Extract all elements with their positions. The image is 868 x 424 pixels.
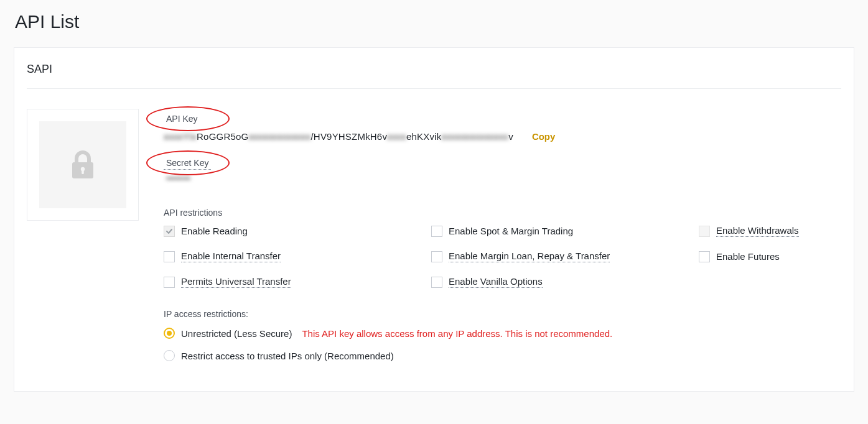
restriction-withdrawals: Enable Withdrawals	[699, 225, 841, 237]
radio-trusted[interactable]	[164, 350, 175, 361]
redacted-segment: xxxxYIx	[164, 131, 197, 142]
restriction-futures[interactable]: Enable Futures	[699, 251, 841, 262]
radio-unrestricted[interactable]	[164, 328, 175, 339]
qr-code-box	[27, 109, 139, 221]
lock-icon	[70, 150, 96, 180]
api-key-part: ehKXvik	[406, 131, 441, 142]
restriction-label-withdrawals: Enable Withdrawals	[716, 225, 799, 237]
ip-option-trusted[interactable]: Restrict access to trusted IPs only (Rec…	[164, 350, 841, 361]
api-key-part: /HV9YHSZMkH6v	[310, 131, 387, 142]
restriction-vanilla[interactable]: Enable Vanilla Options	[431, 276, 693, 288]
api-card-content: API Key xxxxYIxRoGGR5oGxxxxxxxxxxxxx/HV9…	[27, 89, 841, 372]
api-restrictions-title: API restrictions	[164, 208, 841, 218]
restriction-margin_loan[interactable]: Enable Margin Loan, Repay & Transfer	[431, 251, 693, 262]
api-key-part: v	[508, 131, 513, 142]
api-key-value: xxxxYIxRoGGR5oGxxxxxxxxxxxxx/HV9YHSZMkH6…	[164, 131, 513, 142]
secret-key-label: Secret Key	[164, 157, 211, 170]
restriction-spot_margin[interactable]: Enable Spot & Margin Trading	[431, 225, 693, 237]
restriction-grid: Enable ReadingEnable Spot & Margin Tradi…	[164, 225, 841, 288]
api-key-label-annotation: API Key	[164, 113, 200, 125]
restriction-reading: Enable Reading	[164, 225, 425, 237]
checkbox-withdrawals	[699, 226, 710, 237]
qr-placeholder	[39, 121, 126, 208]
api-key-row: xxxxYIxRoGGR5oGxxxxxxxxxxxxx/HV9YHSZMkH6…	[164, 131, 841, 142]
restriction-label-spot_margin: Enable Spot & Margin Trading	[449, 226, 573, 236]
restriction-internal_transfer[interactable]: Enable Internal Transfer	[164, 251, 425, 262]
api-details: API Key xxxxYIxRoGGR5oGxxxxxxxxxxxxx/HV9…	[164, 109, 841, 372]
ip-option-label-unrestricted: Unrestricted (Less Secure)	[181, 328, 292, 339]
restriction-label-futures: Enable Futures	[716, 251, 780, 262]
ip-option-label-trusted: Restrict access to trusted IPs only (Rec…	[181, 351, 394, 361]
restriction-label-margin_loan: Enable Margin Loan, Repay & Transfer	[449, 251, 610, 262]
ip-warning-text: This API key allows access from any IP a…	[302, 328, 612, 339]
restriction-label-universal: Permits Universal Transfer	[181, 276, 291, 288]
ip-access-section: IP access restrictions: Unrestricted (Le…	[164, 309, 841, 361]
api-key-part: RoGGR5oG	[197, 131, 248, 142]
page-title: API List	[0, 0, 868, 47]
redacted-segment: xxxxxxxxxxxxxx	[441, 131, 508, 142]
checkbox-internal_transfer[interactable]	[164, 251, 175, 262]
secret-key-value: ••••••••	[166, 173, 190, 183]
restriction-label-reading: Enable Reading	[181, 226, 248, 236]
api-card: SAPI API Key xxxx	[14, 47, 854, 392]
restriction-label-vanilla: Enable Vanilla Options	[449, 276, 543, 288]
copy-api-key-button[interactable]: Copy	[532, 131, 556, 142]
restriction-universal[interactable]: Permits Universal Transfer	[164, 276, 425, 288]
secret-key-label-annotation: Secret Key	[164, 157, 211, 170]
ip-options: Unrestricted (Less Secure)This API key a…	[164, 328, 841, 361]
checkbox-futures[interactable]	[699, 251, 710, 262]
api-key-label: API Key	[164, 113, 200, 125]
checkbox-margin_loan[interactable]	[431, 251, 442, 262]
checkbox-universal[interactable]	[164, 277, 175, 288]
redacted-segment: xxxx	[387, 131, 406, 142]
api-card-name: SAPI	[27, 63, 841, 89]
restriction-label-internal_transfer: Enable Internal Transfer	[181, 251, 281, 262]
svg-rect-2	[82, 170, 84, 174]
api-restrictions: API restrictions Enable ReadingEnable Sp…	[164, 208, 841, 288]
redacted-segment: xxxxxxxxxxxxx	[248, 131, 310, 142]
ip-access-title: IP access restrictions:	[164, 309, 841, 319]
checkbox-spot_margin[interactable]	[431, 226, 442, 237]
checkbox-vanilla[interactable]	[431, 277, 442, 288]
checkbox-reading	[164, 226, 175, 237]
ip-option-unrestricted[interactable]: Unrestricted (Less Secure)This API key a…	[164, 328, 841, 339]
